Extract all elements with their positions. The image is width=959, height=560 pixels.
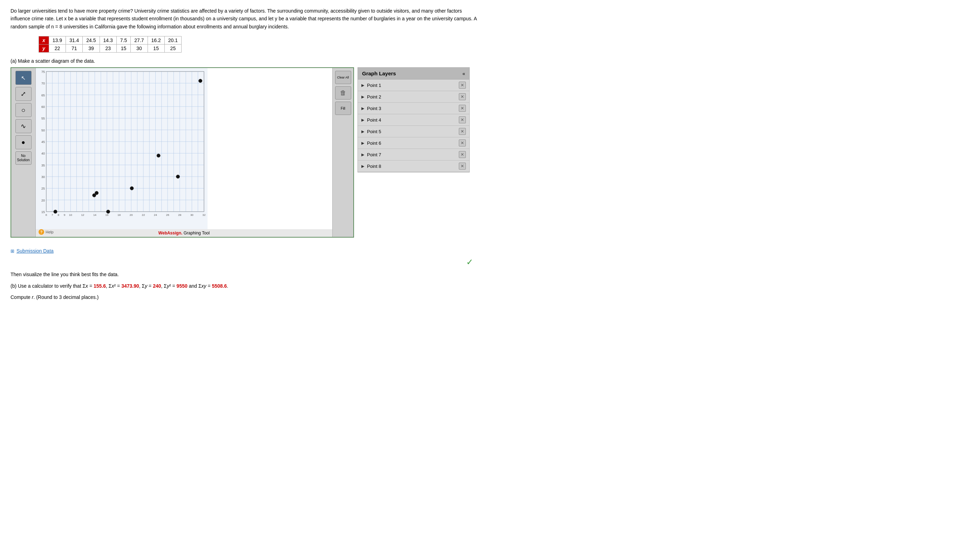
layer-label-6: Point 6 <box>367 140 459 146</box>
help-label: Help <box>46 230 54 234</box>
layer-arrow-1: ▶ <box>362 83 364 88</box>
layer-delete-1[interactable]: ✕ <box>459 82 466 89</box>
svg-point-72 <box>157 154 160 158</box>
graph-area: 1520253035404550556065707567891012141618… <box>36 68 332 237</box>
svg-text:28: 28 <box>178 213 181 216</box>
graph-layers-panel: Graph Layers « ▶ Point 1 ✕ ▶ Point 2 ✕ ▶… <box>357 67 470 172</box>
layer-label-5: Point 5 <box>367 129 459 134</box>
help-row: ? Help <box>38 229 54 235</box>
svg-text:16: 16 <box>105 213 109 216</box>
svg-text:20: 20 <box>41 199 45 202</box>
graph-layers-header: Graph Layers « <box>358 68 469 80</box>
layer-arrow-7: ▶ <box>362 153 364 157</box>
point-tool-button[interactable]: ● <box>16 135 32 149</box>
toolbar: ↖ ⤢ ○ ∿ ● NoSolution <box>11 68 36 237</box>
layer-delete-5[interactable]: ✕ <box>459 128 466 135</box>
layer-arrow-8: ▶ <box>362 164 364 169</box>
curve-tool-button[interactable]: ∿ <box>16 119 32 133</box>
layer-delete-7[interactable]: ✕ <box>459 151 466 158</box>
clear-all-button[interactable]: Clear All <box>335 71 351 84</box>
select-tool-button[interactable]: ↖ <box>16 71 32 85</box>
x-header: x <box>39 37 49 45</box>
layer-item-1[interactable]: ▶ Point 1 ✕ <box>358 80 469 91</box>
layer-item-7[interactable]: ▶ Point 7 ✕ <box>358 149 469 161</box>
scatter-label: (a) Make a scatter diagram of the data. <box>11 58 480 64</box>
svg-text:75: 75 <box>41 70 45 73</box>
layers-list: ▶ Point 1 ✕ ▶ Point 2 ✕ ▶ Point 3 ✕ ▶ Po… <box>358 80 469 172</box>
svg-text:8: 8 <box>57 213 59 216</box>
layer-item-4[interactable]: ▶ Point 4 ✕ <box>358 114 469 126</box>
layer-label-3: Point 3 <box>367 106 459 111</box>
submission-row: ⊞ Submission Data <box>11 248 480 254</box>
svg-text:15: 15 <box>41 210 45 214</box>
sum-x-value: 155.6 <box>94 283 106 289</box>
then-visualize-text: Then visualize the line you think best f… <box>11 270 480 278</box>
svg-point-76 <box>107 210 110 213</box>
checkmark-area: ✓ <box>11 257 480 267</box>
svg-text:30: 30 <box>190 213 193 216</box>
svg-text:55: 55 <box>41 117 45 121</box>
layer-item-8[interactable]: ▶ Point 8 ✕ <box>358 161 469 172</box>
layer-delete-2[interactable]: ✕ <box>459 93 466 100</box>
layer-item-2[interactable]: ▶ Point 2 ✕ <box>358 91 469 103</box>
svg-text:70: 70 <box>41 82 45 86</box>
layer-arrow-3: ▶ <box>362 106 364 111</box>
svg-text:25: 25 <box>41 187 45 191</box>
svg-text:22: 22 <box>142 213 145 216</box>
ellipse-tool-button[interactable]: ○ <box>16 103 32 117</box>
svg-text:26: 26 <box>166 213 169 216</box>
sum-x2-value: 3473.90 <box>121 283 139 289</box>
layer-label-4: Point 4 <box>367 118 459 123</box>
layer-label-2: Point 2 <box>367 94 459 100</box>
layer-arrow-5: ▶ <box>362 129 364 134</box>
layer-label-1: Point 1 <box>367 83 459 88</box>
graph-container: ↖ ⤢ ○ ∿ ● NoSolution 1520253035404550556… <box>11 67 354 238</box>
svg-text:24: 24 <box>154 213 157 216</box>
svg-text:32: 32 <box>202 213 206 216</box>
svg-text:6: 6 <box>46 213 47 216</box>
layer-delete-4[interactable]: ✕ <box>459 116 466 123</box>
layer-item-6[interactable]: ▶ Point 6 ✕ <box>358 137 469 149</box>
layer-delete-3[interactable]: ✕ <box>459 105 466 112</box>
svg-text:40: 40 <box>41 152 45 156</box>
layer-item-3[interactable]: ▶ Point 3 ✕ <box>358 103 469 114</box>
submission-data-link[interactable]: Submission Data <box>16 248 54 254</box>
svg-text:50: 50 <box>41 129 45 132</box>
svg-point-77 <box>130 187 134 190</box>
sum-xy-value: 5508.6 <box>212 283 227 289</box>
fill-button[interactable]: Fill <box>335 102 351 115</box>
scatter-chart: 1520253035404550556065707567891012141618… <box>36 68 207 229</box>
svg-text:7: 7 <box>51 213 53 216</box>
layer-label-8: Point 8 <box>367 164 459 169</box>
webassign-label: WebAssign. Graphing Tool <box>36 229 332 237</box>
svg-text:65: 65 <box>41 94 45 97</box>
svg-text:30: 30 <box>41 175 45 179</box>
svg-point-73 <box>95 191 99 195</box>
section-b-text: (b) Use a calculator to verify that Σx =… <box>11 282 480 290</box>
layer-delete-6[interactable]: ✕ <box>459 140 466 146</box>
layer-arrow-4: ▶ <box>362 118 364 122</box>
move-tool-button[interactable]: ⤢ <box>16 87 32 101</box>
section-r-text: Compute r. (Round to 3 decimal places.) <box>11 293 480 301</box>
svg-point-74 <box>54 210 57 213</box>
sum-y2-value: 9550 <box>177 283 188 289</box>
sum-y-value: 240 <box>153 283 161 289</box>
right-panel: Clear All 🗑 Fill <box>332 68 353 237</box>
delete-button[interactable]: 🗑 <box>335 86 351 100</box>
intro-paragraph: Do larger universities tend to have more… <box>11 7 480 30</box>
svg-text:18: 18 <box>118 213 121 216</box>
svg-text:60: 60 <box>41 105 45 109</box>
svg-text:14: 14 <box>93 213 96 216</box>
svg-text:12: 12 <box>81 213 84 216</box>
y-header: y <box>39 45 49 52</box>
svg-text:35: 35 <box>41 164 45 167</box>
layer-delete-8[interactable]: ✕ <box>459 162 466 170</box>
svg-text:20: 20 <box>130 213 133 216</box>
layer-arrow-2: ▶ <box>362 95 364 99</box>
no-solution-button[interactable]: NoSolution <box>16 151 32 165</box>
svg-text:9: 9 <box>64 213 65 216</box>
layer-item-5[interactable]: ▶ Point 5 ✕ <box>358 126 469 137</box>
help-icon[interactable]: ? <box>38 229 44 235</box>
collapse-button[interactable]: « <box>462 71 465 76</box>
submission-expand-icon[interactable]: ⊞ <box>11 248 14 254</box>
